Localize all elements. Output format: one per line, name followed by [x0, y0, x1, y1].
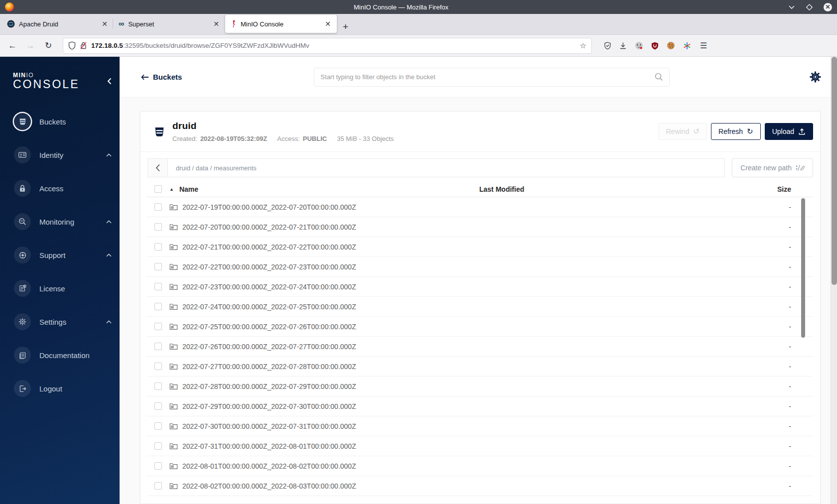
breadcrumb[interactable]: druid / data / measurements [167, 158, 725, 177]
sidebar-item-support[interactable]: Support [14, 247, 112, 263]
table-row[interactable]: 2022-07-20T00:00:00.000Z_2022-07-21T00:0… [146, 217, 813, 237]
object-name[interactable]: 2022-07-28T00:00:00.000Z_2022-07-29T00:0… [182, 382, 356, 390]
row-checkbox[interactable] [154, 422, 162, 430]
table-row[interactable]: 2022-07-19T00:00:00.000Z_2022-07-20T00:0… [146, 197, 813, 217]
row-checkbox[interactable] [154, 442, 162, 450]
sidebar-item-access[interactable]: Access [14, 180, 112, 197]
object-name[interactable]: 2022-07-21T00:00:00.000Z_2022-07-22T00:0… [182, 243, 356, 251]
row-checkbox[interactable] [154, 462, 162, 470]
object-name[interactable]: 2022-07-20T00:00:00.000Z_2022-07-21T00:0… [182, 223, 356, 231]
object-name[interactable]: 2022-07-29T00:00:00.000Z_2022-07-30T00:0… [182, 402, 356, 410]
create-new-path-button[interactable]: Create new path [732, 158, 813, 177]
sidebar-item-monitoring[interactable]: Monitoring [14, 213, 112, 230]
row-checkbox[interactable] [154, 283, 162, 290]
window-close-button[interactable]: ✕ [824, 3, 832, 11]
object-name[interactable]: 2022-07-31T00:00:00.000Z_2022-08-01T00:0… [182, 442, 356, 450]
row-checkbox[interactable] [154, 323, 162, 330]
page-scrollbar-thumb[interactable] [832, 57, 837, 285]
row-checkbox[interactable] [154, 363, 162, 370]
row-checkbox[interactable] [154, 203, 162, 211]
table-row[interactable]: 2022-07-25T00:00:00.000Z_2022-07-26T00:0… [146, 317, 813, 337]
table-row[interactable]: 2022-08-02T00:00:00.000Z_2022-08-03T00:0… [146, 476, 813, 496]
table-scrollbar-thumb[interactable] [801, 198, 805, 338]
sidebar-item-documentation[interactable]: Documentation [14, 347, 112, 364]
row-checkbox[interactable] [154, 223, 162, 231]
object-name[interactable]: 2022-07-27T00:00:00.000Z_2022-07-28T00:0… [182, 363, 356, 371]
tab-close-icon[interactable]: ✕ [101, 20, 109, 28]
table-row[interactable]: 2022-07-30T00:00:00.000Z_2022-07-31T00:0… [146, 416, 813, 436]
table-scrollbar[interactable] [801, 198, 805, 504]
row-checkbox[interactable] [154, 243, 162, 251]
bookmark-star-icon[interactable]: ☆ [580, 41, 586, 50]
tab-close-icon[interactable]: ✕ [212, 20, 220, 28]
object-filter-search[interactable] [314, 68, 670, 87]
protections-shield-icon[interactable] [604, 42, 611, 50]
sidebar-item-logout[interactable]: Logout [14, 380, 112, 397]
name-column-header[interactable]: ▲ Name [169, 185, 479, 193]
row-checkbox[interactable] [154, 303, 162, 310]
menu-hamburger-icon[interactable]: ☰ [700, 41, 707, 50]
object-name[interactable]: 2022-07-30T00:00:00.000Z_2022-07-31T00:0… [182, 422, 356, 430]
object-name[interactable]: 2022-07-19T00:00:00.000Z_2022-07-20T00:0… [182, 203, 356, 211]
cookie-icon[interactable] [667, 41, 675, 50]
tab-apache-druid[interactable]: Apache Druid ✕ [2, 15, 114, 33]
object-name[interactable]: 2022-07-26T00:00:00.000Z_2022-07-27T00:0… [182, 343, 356, 351]
object-name[interactable]: 2022-08-02T00:00:00.000Z_2022-08-03T00:0… [182, 482, 356, 490]
tab-superset[interactable]: ∞ Superset ✕ [114, 15, 225, 33]
downloads-icon[interactable] [619, 42, 627, 50]
table-row[interactable]: 2022-07-29T00:00:00.000Z_2022-07-30T00:0… [146, 396, 813, 416]
table-row[interactable]: 2022-07-21T00:00:00.000Z_2022-07-22T00:0… [146, 237, 813, 257]
settings-gear-icon[interactable] [809, 70, 822, 84]
new-tab-button[interactable]: + [337, 21, 354, 34]
row-checkbox[interactable] [154, 263, 162, 270]
select-all-checkbox[interactable] [154, 185, 162, 193]
url-text[interactable]: 172.18.0.5:32595/buckets/druid/browse/ZG… [91, 42, 576, 49]
refresh-button[interactable]: Refresh↻ [711, 123, 761, 140]
object-name[interactable]: 2022-07-23T00:00:00.000Z_2022-07-24T00:0… [182, 283, 356, 291]
search-input[interactable] [320, 73, 655, 81]
table-row[interactable]: 2022-08-01T00:00:00.000Z_2022-08-02T00:0… [146, 456, 813, 476]
tab-close-icon[interactable]: ✕ [324, 20, 332, 28]
forward-button[interactable]: → [23, 41, 38, 51]
reload-button[interactable]: ↻ [41, 40, 56, 51]
sidebar-item-license[interactable]: License [14, 280, 112, 297]
shield-permissions-icon[interactable] [68, 41, 76, 50]
url-bar[interactable]: 172.18.0.5:32595/buckets/druid/browse/ZG… [63, 38, 592, 54]
chevron-up-icon[interactable] [106, 253, 112, 257]
chevron-up-icon[interactable] [106, 153, 112, 157]
table-row[interactable]: 2022-07-27T00:00:00.000Z_2022-07-28T00:0… [146, 357, 813, 377]
table-row[interactable]: 2022-07-26T00:00:00.000Z_2022-07-27T00:0… [146, 337, 813, 357]
back-to-buckets-link[interactable]: Buckets [141, 73, 182, 81]
window-maximize-button[interactable] [806, 4, 813, 10]
table-row[interactable]: 2022-07-23T00:00:00.000Z_2022-07-24T00:0… [146, 277, 813, 297]
table-row[interactable]: 2022-07-31T00:00:00.000Z_2022-08-01T00:0… [146, 436, 813, 456]
object-name[interactable]: 2022-07-25T00:00:00.000Z_2022-07-26T00:0… [182, 323, 356, 331]
sidebar-collapse-icon[interactable] [107, 78, 112, 85]
sidebar-item-identity[interactable]: Identity [14, 146, 112, 163]
row-checkbox[interactable] [154, 382, 162, 390]
sidebar-item-settings[interactable]: Settings [14, 313, 112, 330]
rewind-button[interactable]: Rewind↺ [659, 123, 707, 140]
path-back-button[interactable] [147, 158, 167, 177]
extension-asterisk-icon[interactable] [683, 42, 691, 50]
table-row[interactable]: 2022-07-22T00:00:00.000Z_2022-07-23T00:0… [146, 257, 813, 277]
last-modified-column-header[interactable]: Last Modified [479, 185, 738, 193]
row-checkbox[interactable] [154, 343, 162, 350]
object-name[interactable]: 2022-08-01T00:00:00.000Z_2022-08-02T00:0… [182, 462, 356, 470]
back-button[interactable]: ← [5, 41, 20, 51]
object-name[interactable]: 2022-07-22T00:00:00.000Z_2022-07-23T00:0… [182, 263, 356, 271]
tab-minio-console[interactable]: MinIO Console ✕ [225, 15, 337, 33]
window-minimize-button[interactable] [788, 4, 795, 9]
ublock-icon[interactable] [651, 42, 659, 50]
page-scrollbar[interactable] [831, 57, 837, 504]
object-name[interactable]: 2022-07-24T00:00:00.000Z_2022-07-25T00:0… [182, 303, 356, 311]
sidebar-item-buckets[interactable]: Buckets [14, 113, 112, 130]
extension-mask-icon[interactable] [635, 41, 643, 50]
row-checkbox[interactable] [154, 482, 162, 490]
chevron-up-icon[interactable] [106, 220, 112, 224]
table-row[interactable]: 2022-07-24T00:00:00.000Z_2022-07-25T00:0… [146, 297, 813, 317]
size-column-header[interactable]: Size [738, 185, 813, 193]
table-row[interactable]: 2022-07-28T00:00:00.000Z_2022-07-29T00:0… [146, 377, 813, 396]
insecure-lock-icon[interactable] [80, 41, 87, 50]
upload-button[interactable]: Upload [765, 123, 813, 140]
